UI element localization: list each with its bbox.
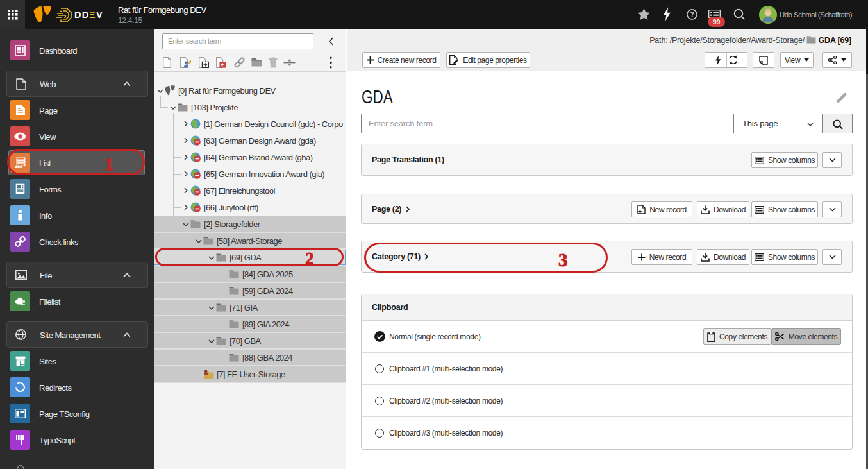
svg-text:?: ? bbox=[690, 10, 694, 18]
